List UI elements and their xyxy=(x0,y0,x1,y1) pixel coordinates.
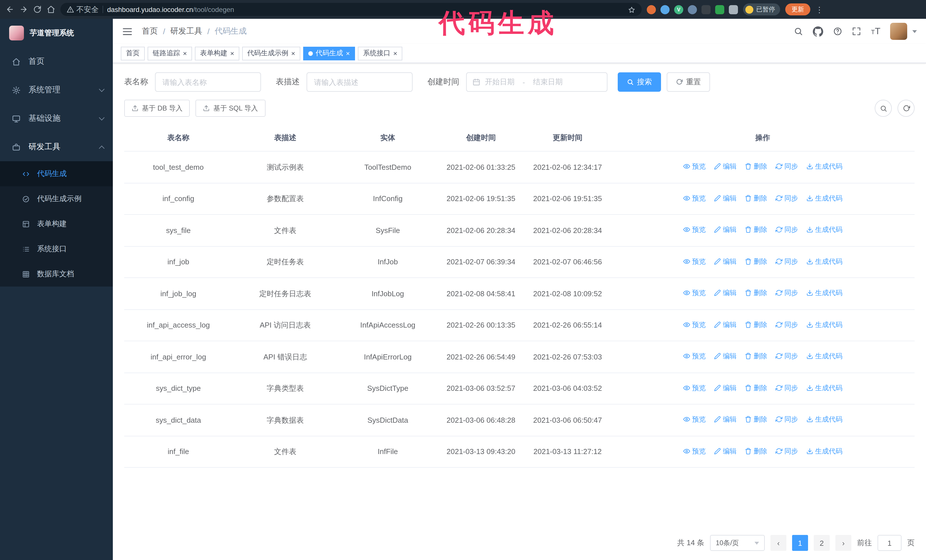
close-icon[interactable]: × xyxy=(346,50,350,57)
security-warning-icon[interactable]: 不安全 xyxy=(67,4,98,15)
sidebar-item-system-api[interactable]: 系统接口 xyxy=(0,236,113,261)
extension-icon-6[interactable] xyxy=(715,5,724,14)
search-button[interactable]: 搜索 xyxy=(618,72,661,92)
extension-icon-1[interactable] xyxy=(647,5,656,14)
generate-code-link[interactable]: 生成代码 xyxy=(806,446,843,456)
avatar[interactable] xyxy=(890,23,907,40)
tab-system-api[interactable]: 系统接口 × xyxy=(358,47,402,60)
sync-link[interactable]: 同步 xyxy=(775,446,798,456)
edit-link[interactable]: 编辑 xyxy=(714,288,737,298)
tab-form-builder[interactable]: 表单构建 × xyxy=(195,47,239,60)
preview-link[interactable]: 预览 xyxy=(683,414,706,424)
sync-link[interactable]: 同步 xyxy=(775,161,798,172)
sync-link[interactable]: 同步 xyxy=(775,319,798,329)
sync-link[interactable]: 同步 xyxy=(775,193,798,203)
preview-link[interactable]: 预览 xyxy=(683,193,706,203)
preview-link[interactable]: 预览 xyxy=(683,225,706,235)
edit-link[interactable]: 编辑 xyxy=(714,225,737,235)
edit-link[interactable]: 编辑 xyxy=(714,256,737,266)
app-logo[interactable]: 芋道管理系统 xyxy=(0,19,113,47)
paused-badge[interactable]: 已暂停 xyxy=(743,3,780,15)
table-name-input[interactable] xyxy=(155,72,261,92)
fullscreen-icon[interactable] xyxy=(852,27,861,36)
hamburger-icon[interactable] xyxy=(122,26,133,37)
sidebar-item-form-builder[interactable]: 表单构建 xyxy=(0,211,113,236)
extension-icon-4[interactable] xyxy=(688,5,697,14)
import-sql-button[interactable]: 基于 SQL 导入 xyxy=(196,100,265,117)
generate-code-link[interactable]: 生成代码 xyxy=(806,288,843,298)
goto-page-input[interactable] xyxy=(878,535,902,551)
edit-link[interactable]: 编辑 xyxy=(714,414,737,424)
extension-icon-5[interactable] xyxy=(702,5,711,14)
address-bar[interactable]: 不安全 dashboard.yudao.iocoder.cn/tool/code… xyxy=(61,3,642,16)
sync-link[interactable]: 同步 xyxy=(775,256,798,266)
sync-link[interactable]: 同步 xyxy=(775,225,798,235)
reload-icon[interactable] xyxy=(33,5,42,14)
sync-link[interactable]: 同步 xyxy=(775,414,798,424)
page-button-1[interactable]: 1 xyxy=(792,535,808,551)
edit-link[interactable]: 编辑 xyxy=(714,383,737,393)
vue-devtools-icon[interactable]: V xyxy=(674,5,683,14)
delete-link[interactable]: 删除 xyxy=(744,256,767,266)
delete-link[interactable]: 删除 xyxy=(744,351,767,361)
delete-link[interactable]: 删除 xyxy=(744,225,767,235)
generate-code-link[interactable]: 生成代码 xyxy=(806,351,843,361)
generate-code-link[interactable]: 生成代码 xyxy=(806,414,843,424)
browser-menu-icon[interactable]: ⋮ xyxy=(816,5,823,14)
preview-link[interactable]: 预览 xyxy=(683,161,706,172)
delete-link[interactable]: 删除 xyxy=(744,161,767,172)
github-icon[interactable] xyxy=(813,26,824,37)
preview-link[interactable]: 预览 xyxy=(683,319,706,329)
preview-link[interactable]: 预览 xyxy=(683,446,706,456)
search-icon[interactable] xyxy=(794,27,803,36)
tab-codegen-example[interactable]: 代码生成示例 × xyxy=(242,47,300,60)
next-page-button[interactable]: › xyxy=(835,535,851,551)
edit-link[interactable]: 编辑 xyxy=(714,193,737,203)
tab-home[interactable]: 首页 xyxy=(121,47,145,60)
date-range-picker[interactable]: 开始日期 - 结束日期 xyxy=(466,72,607,92)
puzzle-icon[interactable] xyxy=(729,5,738,14)
sync-link[interactable]: 同步 xyxy=(775,288,798,298)
edit-link[interactable]: 编辑 xyxy=(714,161,737,172)
help-icon[interactable] xyxy=(834,27,843,36)
browser-home-icon[interactable] xyxy=(47,5,55,14)
delete-link[interactable]: 删除 xyxy=(744,319,767,329)
sidebar-item-codegen-example[interactable]: 代码生成示例 xyxy=(0,186,113,211)
preview-link[interactable]: 预览 xyxy=(683,288,706,298)
sidebar-item-codegen[interactable]: 代码生成 xyxy=(0,161,113,186)
page-button-2[interactable]: 2 xyxy=(814,535,830,551)
tab-codegen[interactable]: 代码生成 × xyxy=(303,47,355,60)
close-icon[interactable]: × xyxy=(393,50,397,57)
close-icon[interactable]: × xyxy=(183,50,187,57)
extension-icon-2[interactable] xyxy=(660,5,670,14)
sidebar-item-home[interactable]: 首页 xyxy=(0,47,113,76)
update-button[interactable]: 更新 xyxy=(785,3,810,15)
back-icon[interactable] xyxy=(6,5,14,14)
generate-code-link[interactable]: 生成代码 xyxy=(806,256,843,266)
delete-link[interactable]: 删除 xyxy=(744,414,767,424)
reset-button[interactable]: 重置 xyxy=(667,72,710,92)
close-icon[interactable]: × xyxy=(230,50,234,57)
sidebar-item-system-management[interactable]: 系统管理 xyxy=(0,76,113,104)
delete-link[interactable]: 删除 xyxy=(744,288,767,298)
delete-link[interactable]: 删除 xyxy=(744,383,767,393)
tab-trace[interactable]: 链路追踪 × xyxy=(148,47,192,60)
generate-code-link[interactable]: 生成代码 xyxy=(806,383,843,393)
bookmark-star-icon[interactable] xyxy=(628,5,635,14)
sync-link[interactable]: 同步 xyxy=(775,351,798,361)
edit-link[interactable]: 编辑 xyxy=(714,446,737,456)
generate-code-link[interactable]: 生成代码 xyxy=(806,161,843,172)
edit-link[interactable]: 编辑 xyxy=(714,351,737,361)
preview-link[interactable]: 预览 xyxy=(683,351,706,361)
caret-down-icon[interactable] xyxy=(912,30,917,33)
forward-icon[interactable] xyxy=(20,5,28,14)
refresh-icon[interactable] xyxy=(897,100,915,117)
preview-link[interactable]: 预览 xyxy=(683,383,706,393)
generate-code-link[interactable]: 生成代码 xyxy=(806,225,843,235)
search-toggle-icon[interactable] xyxy=(875,100,892,117)
page-size-select[interactable]: 10条/页 xyxy=(710,535,765,551)
prev-page-button[interactable]: ‹ xyxy=(770,535,787,551)
delete-link[interactable]: 删除 xyxy=(744,446,767,456)
close-icon[interactable]: × xyxy=(291,50,295,57)
import-db-button[interactable]: 基于 DB 导入 xyxy=(124,100,190,117)
